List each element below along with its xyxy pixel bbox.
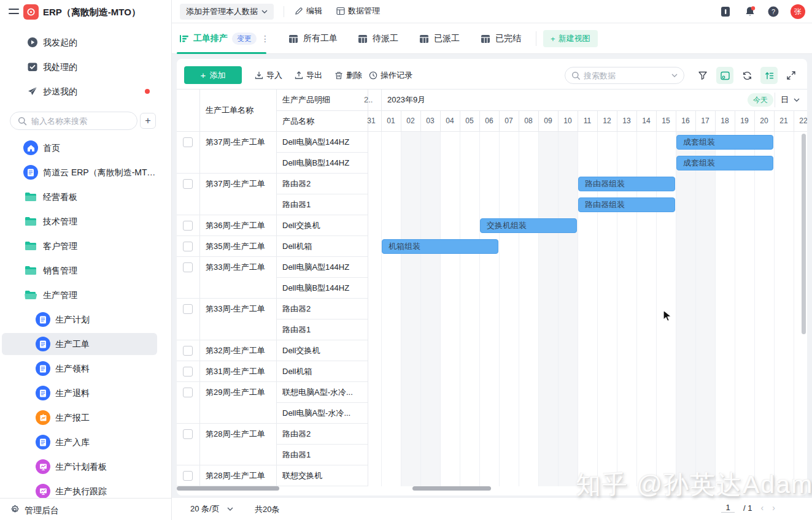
today-button[interactable]: 今天 [748,93,773,107]
scope-selector[interactable]: 添加并管理本人数据 [180,4,274,20]
gantt-bar[interactable]: 交换机组装 [480,218,577,233]
doc-icon [36,386,50,400]
table-horizontal-scrollbar[interactable] [177,486,279,491]
sidebar-add-button[interactable]: + [140,113,156,129]
sidebar-item-9[interactable]: 生产工单 [0,332,172,356]
sidebar-item-4[interactable]: 技术管理 [0,209,172,234]
row-checkbox[interactable] [183,221,193,231]
day-header-cell: 07 [499,110,519,132]
gantt-bar[interactable]: 路由器组装 [578,197,675,212]
sidebar-item-7[interactable]: 生产管理 [0,283,172,307]
sidebar-item-8[interactable]: 生产计划 [0,307,172,332]
row-checkbox[interactable] [183,137,193,147]
tab-2[interactable]: 待派工 [358,23,398,54]
tab-more-icon[interactable]: ⋮ [261,34,269,44]
quick-item-1[interactable]: 我发起的 [0,30,172,55]
sidebar-item-11[interactable]: 生产退料 [0,381,172,405]
import-button[interactable]: 导入 [255,70,282,81]
granularity-select[interactable]: 日 [781,93,800,107]
chevron-down-icon[interactable] [671,74,678,77]
active-tab-underline [177,52,266,54]
page-size-select[interactable]: 20 条/页 [190,503,233,514]
notification-bell-icon[interactable] [744,6,756,18]
day-cell-border [499,110,500,132]
day-header-cell: 22 [794,110,807,132]
history-button[interactable]: 操作记录 [369,70,412,81]
row-checkbox[interactable] [183,367,193,377]
delete-button[interactable]: 删除 [334,70,362,81]
sidebar-search [10,112,137,130]
current-page-input[interactable]: 1 [721,503,735,513]
export-button[interactable]: 导出 [295,70,322,81]
directory-icon[interactable] [719,6,732,18]
day-gridline [538,132,539,486]
app-logo-icon[interactable] [23,4,39,20]
collapse-sidebar-icon[interactable] [9,7,19,16]
product-name-cell: Dell电脑A型-水冷... [282,403,366,424]
data-manage-button[interactable]: 数据管理 [336,6,380,17]
card-settings-button[interactable] [716,67,733,84]
day-cell-border [676,110,676,132]
fullscreen-button[interactable] [783,67,800,84]
edit-button[interactable]: 编辑 [295,6,322,17]
sidebar-item-1[interactable]: 首页 [0,136,172,160]
data-search-input[interactable] [584,68,663,83]
sidebar-item-6[interactable]: 销售管理 [0,258,172,283]
order-name-cell: 第37周-生产工单 [206,174,273,194]
row-checkbox[interactable] [183,346,193,356]
sidebar-item-label: 简道云 ERP（离散制造-MTO）… [43,167,157,178]
sidebar-item-14[interactable]: 生产计划看板 [0,454,172,479]
folder-icon [23,239,38,253]
row-checkbox[interactable] [183,471,193,481]
day-header-cell: 11 [578,110,597,132]
quick-item-2[interactable]: 我处理的 [0,55,172,79]
gantt-bar[interactable]: 成套组装 [676,135,773,150]
new-view-button[interactable]: + 新建视图 [543,30,598,47]
sidebar-item-12[interactable]: 生产报工 [0,405,172,430]
help-icon[interactable]: ? [767,6,779,18]
row-checkbox[interactable] [183,304,193,314]
quick-item-3[interactable]: 抄送我的 [0,79,172,104]
tab-gantt-view[interactable]: 工单排产 变更 ⋮ [180,23,269,54]
change-badge: 变更 [232,32,257,45]
sidebar-item-label: 生产入库 [55,437,90,448]
vertical-scrollbar[interactable] [802,134,806,334]
sidebar-item-13[interactable]: 生产入库 [0,430,172,454]
next-page-button[interactable]: › [772,503,775,513]
column-border [276,89,277,486]
day-gridline [794,132,794,486]
prev-page-button[interactable]: ‹ [760,503,764,513]
play-icon [27,37,38,48]
row-checkbox[interactable] [183,242,193,251]
level-settings-button[interactable] [760,67,778,84]
quick-item-label: 我处理的 [43,62,77,73]
folder-icon [23,263,38,278]
tab-3[interactable]: 已派工 [419,23,460,54]
sidebar-item-5[interactable]: 客户管理 [0,234,172,258]
day-cell-border [460,110,460,132]
row-checkbox[interactable] [183,262,193,272]
order-name-cell: 第36周-生产工单 [206,215,273,236]
gantt-horizontal-scrollbar[interactable] [412,486,491,491]
gantt-bar[interactable]: 路由器组装 [578,177,675,191]
add-button[interactable]: + 添加 [184,66,242,84]
sidebar-footer[interactable]: 管理后台 [0,498,171,520]
sidebar-search-input[interactable] [31,113,133,129]
refresh-button[interactable] [738,67,756,84]
user-avatar[interactable]: 张 [791,4,805,19]
fullscreen-icon [786,71,796,80]
table-view-icon [481,34,490,44]
sidebar-item-10[interactable]: 生产领料 [0,356,172,381]
row-checkbox[interactable] [183,388,193,397]
tab-label: 所有工单 [303,33,338,44]
sidebar-item-2[interactable]: 简道云 ERP（离散制造-MTO）… [0,160,172,185]
row-checkbox[interactable] [183,179,193,189]
day-header-cell: 14 [636,110,656,132]
sidebar-item-3[interactable]: 经营看板 [0,185,172,209]
tab-4[interactable]: 已完结 [481,23,521,54]
gantt-bar[interactable]: 机箱组装 [382,239,498,254]
gantt-bar[interactable]: 成套组装 [676,156,773,170]
row-checkbox[interactable] [183,429,193,439]
filter-button[interactable] [694,67,711,84]
tab-1[interactable]: 所有工单 [288,23,338,54]
